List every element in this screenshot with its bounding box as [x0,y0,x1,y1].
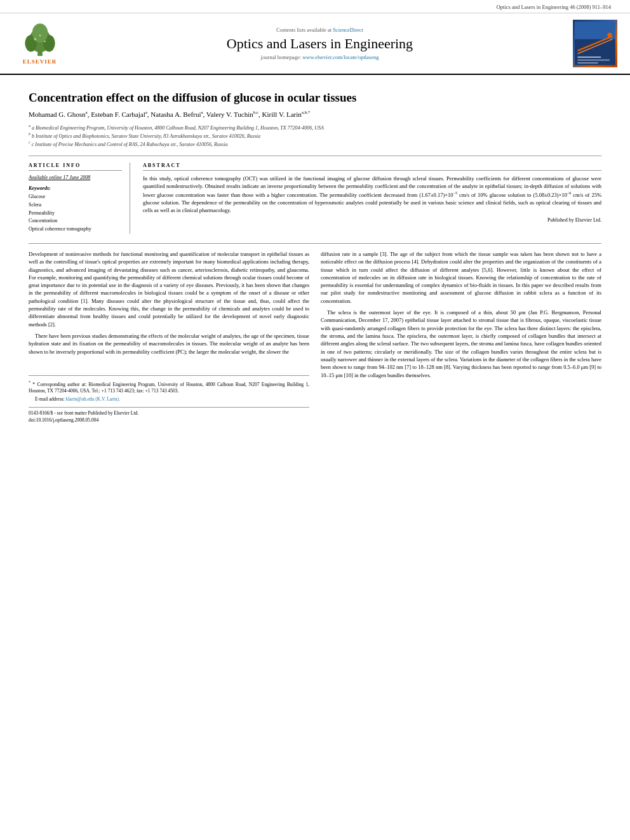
doi-link: doi:10.1016/j.optlaseng.2008.05.004 [29,417,98,423]
body-para-2: There have been previous studies demonst… [29,332,309,356]
published-by: Published by Elsevier Ltd. [143,217,601,223]
article-info-col: ARTICLE INFO Available online 17 June 20… [29,163,130,234]
body-para-4: The sclera is the outermost layer of the… [321,309,601,379]
footnotes-area: * * Corresponding author at: Biomedical … [29,359,309,424]
article-info-header: ARTICLE INFO [29,163,122,171]
section-divider [29,243,601,244]
sciencedirect-link[interactable]: ScienceDirect [333,27,363,33]
keyword-concentration: Concentration [29,217,122,225]
doi-text: 0143-8166/$ - see front matter Published… [29,410,138,416]
svg-point-7 [39,34,41,36]
contents-text: Contents lists available at [276,27,332,33]
abstract-col: ABSTRACT In this study, optical coherenc… [143,163,601,234]
keyword-glucose: Glucose [29,193,122,201]
journal-name: Optics and Lasers in Engineering [73,36,566,52]
elsevier-tree-icon [21,22,59,57]
keyword-sclera: Sclera [29,201,122,210]
contents-line: Contents lists available at ScienceDirec… [73,27,566,33]
affiliation-b: b b Institute of Optics and Biophotonics… [29,131,601,140]
body-para-1: Development of noninvasive methods for f… [29,250,309,328]
journal-title-center: Contents lists available at ScienceDirec… [73,27,566,60]
footnotes: * * Corresponding author at: Biomedical … [29,375,309,403]
footnote-email: E-mail address: klarin@uh.edu (K.V. Lari… [29,396,309,403]
affiliation-a: a a Biomedical Engineering Program, Univ… [29,123,601,131]
keywords-label: Keywords: [29,185,122,191]
keywords-list: Glucose Sclera Permeability Concentratio… [29,193,122,234]
svg-rect-15 [578,62,598,63]
svg-point-5 [34,38,36,41]
article-title: Concentration effect on the diffusion of… [29,91,601,105]
authors-text: Mohamad G. Ghosna, Esteban F. Carbajala,… [29,110,310,118]
homepage-link[interactable]: www.elsevier.com/locate/optlaseng [302,54,379,60]
body-columns: Development of noninvasive methods for f… [29,250,601,424]
abstract-header: ABSTRACT [143,163,601,171]
svg-point-12 [607,33,612,37]
article-meta-row: ARTICLE INFO Available online 17 June 20… [29,156,601,234]
body-right-col: diffusion rate in a sample [3]. The age … [321,250,601,424]
page-wrapper: Optics and Lasers in Engineering 46 (200… [0,0,630,434]
journal-citation: Optics and Lasers in Engineering 46 (200… [497,4,611,10]
abstract-text: In this study, optical coherence tomogra… [143,175,601,214]
elsevier-logo: ELSEVIER [13,22,67,65]
top-bar: Optics and Lasers in Engineering 46 (200… [0,0,630,13]
journal-header: ELSEVIER Contents lists available at Sci… [0,13,630,75]
available-date: Available online 17 June 2008 [29,175,122,180]
affiliation-c: c c Institute of Precise Mechanics and C… [29,140,601,148]
keyword-permeability: Permeability [29,210,122,218]
main-content: Concentration effect on the diffusion of… [0,75,630,434]
keyword-oct: Optical coherence tomography [29,225,122,234]
body-para-3: diffusion rate in a sample [3]. The age … [321,250,601,305]
affiliations: a a Biomedical Engineering Program, Univ… [29,123,601,148]
journal-homepage: journal homepage: www.elsevier.com/locat… [73,54,566,60]
doi-line: 0143-8166/$ - see front matter Published… [29,407,309,424]
homepage-text: journal homepage: [261,54,302,60]
journal-cover-image [573,20,617,67]
body-left-col: Development of noninvasive methods for f… [29,250,309,424]
svg-rect-13 [578,57,601,58]
authors-line: Mohamad G. Ghosna, Esteban F. Carbajala,… [29,110,601,119]
email-link[interactable]: klarin@uh.edu (K.V. Larin). [66,396,120,402]
footnote-star: * * Corresponding author at: Biomedical … [29,380,309,395]
elsevier-text: ELSEVIER [23,58,57,65]
svg-rect-14 [578,60,610,61]
svg-point-6 [44,41,46,43]
